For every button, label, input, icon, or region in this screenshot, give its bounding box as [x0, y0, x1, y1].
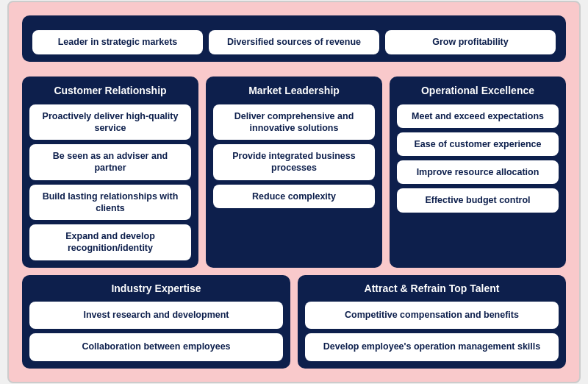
main-frame: Leader in strategic marketsDiversified s… [7, 1, 581, 383]
middle-column-title-0: Customer Relationship [29, 84, 191, 97]
bottom-col1-item-1: Develop employee's operation management … [305, 333, 559, 361]
middle-column-title-2: Operational Excellence [397, 84, 559, 97]
middle-col0-item-1: Be seen as an adviser and partner [29, 144, 191, 180]
bottom-column-title-0: Industry Expertise [29, 282, 283, 294]
middle-col0-item-0: Proactively deliver high-quality service [29, 104, 191, 141]
middle-section: Customer RelationshipProactively deliver… [22, 77, 566, 268]
top-cards: Leader in strategic marketsDiversified s… [32, 30, 556, 54]
middle-col1-item-0: Deliver comprehensive and innovative sol… [213, 104, 375, 141]
middle-col1-item-2: Reduce complexity [213, 185, 375, 208]
top-card-2: Grow profitability [385, 30, 556, 54]
middle-col1-item-1: Provide integrated business processes [213, 144, 375, 180]
middle-col2-item-0: Meet and exceed expectations [397, 104, 559, 128]
middle-column-0: Customer RelationshipProactively deliver… [22, 77, 198, 268]
middle-col2-item-1: Ease of customer experience [397, 132, 559, 156]
bottom-col0-item-1: Collaboration between employees [29, 333, 283, 361]
bottom-col0-item-0: Invest research and development [29, 302, 283, 330]
top-card-0: Leader in strategic markets [32, 30, 203, 54]
middle-col2-item-2: Improve resource allocation [397, 160, 559, 184]
bottom-col1-item-0: Competitive compensation and benefits [305, 302, 559, 330]
bottom-column-0: Industry ExpertiseInvest research and de… [22, 275, 290, 369]
middle-column-2: Operational ExcellenceMeet and exceed ex… [390, 77, 566, 268]
middle-col2-item-3: Effective budget control [397, 188, 559, 212]
middle-column-1: Market LeadershipDeliver comprehensive a… [206, 77, 382, 268]
bottom-column-title-1: Attract & Refrain Top Talent [305, 282, 559, 294]
bottom-column-1: Attract & Refrain Top TalentCompetitive … [298, 275, 566, 369]
middle-col0-item-2: Build lasting relationships with clients [29, 185, 191, 221]
top-card-1: Diversified sources of revenue [209, 30, 379, 54]
middle-column-title-1: Market Leadership [213, 84, 375, 97]
middle-col0-item-3: Expand and develop recognition/identity [29, 224, 191, 260]
bottom-section: Industry ExpertiseInvest research and de… [22, 275, 566, 369]
top-section: Leader in strategic marketsDiversified s… [22, 15, 566, 61]
